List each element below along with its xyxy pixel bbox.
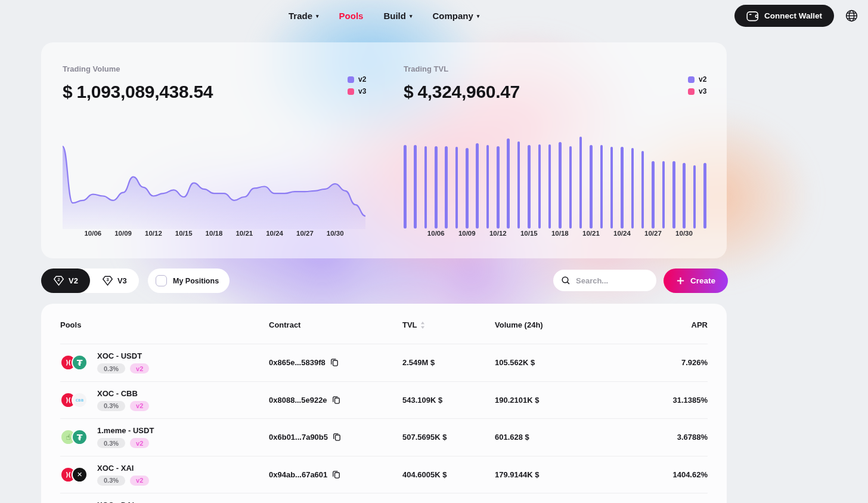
- pool-badges: 0.3% v2: [97, 476, 149, 486]
- table-row[interactable]: )(✕ XOC - XAI 0.3% v2 0x94ab...67a601 40…: [60, 456, 708, 493]
- v3-legend-label: v3: [699, 87, 706, 95]
- area-chart-svg: [63, 142, 365, 229]
- x-tick-label: 10/18: [551, 230, 569, 237]
- pool-cell[interactable]: )(✕ XOC - XAI 0.3% v2: [60, 464, 269, 486]
- sort-icon[interactable]: [420, 322, 425, 329]
- tvl-value: 507.5695K $: [402, 433, 495, 442]
- tvl-value: 543.109K $: [402, 396, 495, 405]
- column-header-label: Volume (24h): [495, 320, 543, 329]
- column-header-label: TVL: [402, 320, 417, 329]
- token-pair-icons: ☝₮: [60, 429, 88, 445]
- nav-item-pools[interactable]: Pools: [339, 11, 364, 21]
- pools-table: PoolsContractTVL Volume (24h)APR )(₮ XOC…: [41, 304, 727, 503]
- tvl-bar: [693, 165, 696, 229]
- connect-wallet-label: Connect Wallet: [764, 11, 822, 20]
- stats-card: Trading Volume $ 1,093,089,438.54 v2 v3 …: [41, 42, 727, 258]
- pool-cell[interactable]: )(◈ XOC - DAI 0.3% v2: [60, 501, 269, 503]
- x-tick-label: 10/24: [613, 230, 631, 237]
- tvl-bar: [600, 145, 603, 229]
- my-positions-checkbox[interactable]: [156, 275, 167, 286]
- search-input[interactable]: [576, 276, 647, 285]
- trading-volume-value: $ 1,093,089,438.54: [63, 82, 213, 102]
- pool-cell[interactable]: )(₮ XOC - USDT 0.3% v2: [60, 351, 269, 374]
- nav-item-label: Company: [432, 11, 473, 21]
- nav-item-trade[interactable]: Trade▾: [289, 11, 319, 21]
- create-button-label: Create: [690, 276, 715, 285]
- token-icon-usdt: ₮: [72, 429, 88, 445]
- tvl-bar: [579, 137, 582, 229]
- x-tick-label: 10/27: [296, 230, 314, 237]
- tvl-bar: [569, 146, 572, 229]
- legend-item-v3: v3: [688, 87, 706, 95]
- v3-legend-label: v3: [358, 87, 366, 95]
- tvl-bar: [517, 141, 520, 229]
- volume-value: 179.9144K $: [495, 470, 636, 479]
- pool-pair-name: 1.meme - USDT: [97, 426, 154, 435]
- table-row[interactable]: )(◈ XOC - DAI 0.3% v2: [60, 493, 708, 503]
- tvl-bar: [559, 142, 562, 229]
- my-positions-filter[interactable]: My Positions: [148, 269, 230, 293]
- page: Trade▾PoolsBuild▾Company▾ Connect Wallet…: [0, 0, 868, 503]
- copy-icon[interactable]: [332, 470, 340, 479]
- tvl-bar: [538, 144, 541, 229]
- column-header-tvl[interactable]: TVL: [402, 320, 495, 329]
- v3-legend-dot: [348, 88, 354, 95]
- legend-item-v2: v2: [348, 75, 366, 84]
- chevron-down-icon: ▾: [316, 13, 319, 19]
- v2-toggle-label: V2: [69, 276, 78, 285]
- svg-text:2: 2: [57, 277, 60, 282]
- language-globe-icon[interactable]: [845, 9, 858, 23]
- v3-legend-dot: [688, 88, 695, 95]
- x-tick-label: 10/09: [458, 230, 476, 237]
- contract-cell: 0x6b01...7a90b5: [269, 433, 402, 442]
- contract-address: 0x6b01...7a90b5: [269, 433, 328, 442]
- version-badge: v2: [130, 363, 149, 374]
- pool-info: XOC - DAI 0.3% v2: [97, 501, 149, 503]
- apr-value: 1404.62%: [636, 470, 708, 479]
- tvl-bar: [435, 146, 438, 229]
- nav-item-build[interactable]: Build▾: [383, 11, 412, 21]
- v2-legend-label: v2: [699, 75, 706, 84]
- trading-tvl-bar-chart: [404, 134, 706, 229]
- copy-icon[interactable]: [332, 396, 340, 405]
- pool-cell[interactable]: ☝₮ 1.meme - USDT 0.3% v2: [60, 426, 269, 448]
- v3-toggle-label: V3: [117, 276, 127, 285]
- create-pool-button[interactable]: Create: [664, 269, 728, 293]
- trading-tvl-value: $ 4,324,960.47: [404, 82, 520, 102]
- contract-cell: 0x94ab...67a601: [269, 470, 402, 479]
- pool-pair-name: XOC - XAI: [97, 464, 149, 473]
- v2-legend-dot: [688, 76, 695, 83]
- copy-icon[interactable]: [333, 433, 341, 442]
- trading-tvl-label: Trading TVL: [404, 64, 448, 73]
- pool-pair-name: XOC - CBB: [97, 389, 149, 398]
- connect-wallet-button[interactable]: Connect Wallet: [734, 5, 834, 27]
- table-row[interactable]: )(₮ XOC - USDT 0.3% v2 0x865e...5839f8 2…: [60, 344, 708, 381]
- svg-text:3: 3: [106, 277, 108, 282]
- table-row[interactable]: ☝₮ 1.meme - USDT 0.3% v2 0x6b01...7a90b5…: [60, 418, 708, 456]
- fee-badge: 0.3%: [97, 363, 125, 374]
- tvl-bar: [455, 147, 458, 229]
- apr-value: 3.6788%: [636, 433, 708, 442]
- volume-chart-legend: v2 v3: [348, 75, 366, 95]
- tvl-bar: [507, 138, 510, 229]
- pool-pair-name: XOC - USDT: [97, 351, 149, 360]
- v2-toggle-button[interactable]: 2 V2: [41, 269, 90, 293]
- copy-icon[interactable]: [330, 358, 339, 367]
- tvl-bar: [652, 161, 655, 229]
- nav-item-label: Trade: [289, 11, 312, 21]
- table-row[interactable]: )(CBB XOC - CBB 0.3% v2 0x8088...5e922e …: [60, 381, 708, 419]
- token-pair-icons: )(₮: [60, 354, 88, 371]
- nav-item-company[interactable]: Company▾: [432, 11, 479, 21]
- x-tick-label: 10/06: [427, 230, 445, 237]
- v2-legend-label: v2: [358, 75, 366, 84]
- v3-toggle-button[interactable]: 3 V3: [90, 269, 139, 293]
- tvl-bar: [672, 161, 675, 229]
- tvl-bar: [610, 147, 613, 229]
- contract-cell: 0x8088...5e922e: [269, 396, 402, 405]
- legend-item-v2: v2: [688, 75, 706, 84]
- top-nav: Trade▾PoolsBuild▾Company▾ Connect Wallet: [0, 0, 868, 31]
- pool-cell[interactable]: )(CBB XOC - CBB 0.3% v2: [60, 389, 269, 411]
- tvl-bar: [621, 147, 624, 229]
- column-header-pools: Pools: [60, 320, 269, 329]
- tvl-chart-legend: v2 v3: [688, 75, 706, 95]
